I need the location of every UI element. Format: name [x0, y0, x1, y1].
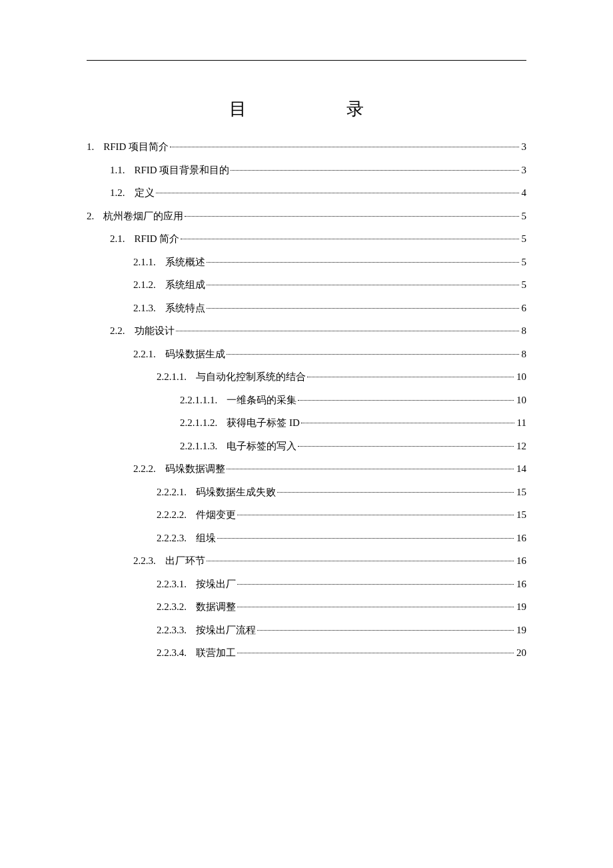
- toc-entry-label: 联营加工: [196, 641, 236, 665]
- toc-entry-label: 系统组成: [165, 273, 205, 297]
- toc-entry-number: 2.2.1.1.2.: [180, 411, 227, 435]
- toc-entry-number: 2.1.1.: [133, 251, 165, 274]
- toc-leader-dots: [185, 216, 518, 217]
- toc-entry-number: 2.2.1.1.: [157, 365, 196, 389]
- toc-entry-label: 电子标签的写入: [227, 435, 297, 458]
- toc-list: 1. RFID 项目简介31.1.RFID 项目背景和目的31.2.定义42.杭…: [87, 135, 526, 665]
- toc-entry: 2.2.2.3.组垛16: [87, 527, 526, 550]
- toc-entry: 2.1.3.系统特点6: [87, 297, 526, 320]
- toc-title: 目录: [87, 97, 526, 121]
- toc-leader-dots: [207, 262, 519, 263]
- toc-leader-dots: [298, 446, 514, 447]
- toc-entry-number: 2.2.1.1.1.: [180, 389, 227, 412]
- toc-entry: 1. RFID 项目简介3: [87, 135, 526, 159]
- page: 目录 1. RFID 项目简介31.1.RFID 项目背景和目的31.2.定义4…: [0, 0, 613, 868]
- toc-entry-number: 2.: [87, 205, 103, 228]
- toc-leader-dots: [237, 584, 514, 585]
- toc-entry-page: 15: [515, 481, 526, 504]
- toc-entry-number: 1.2.: [110, 181, 135, 205]
- toc-entry-number: 2.2.3.: [133, 549, 165, 573]
- toc-entry-label: 数据调整: [196, 595, 236, 619]
- toc-entry-page: 5: [520, 227, 527, 251]
- toc-entry-label: RFID 项目简介: [103, 135, 169, 159]
- toc-entry-label: 件烟变更: [196, 503, 236, 527]
- toc-leader-dots: [227, 469, 514, 469]
- toc-leader-dots: [301, 423, 514, 423]
- toc-entry-page: 15: [515, 503, 526, 527]
- toc-entry-page: 11: [516, 411, 526, 435]
- toc-entry-label: 与自动化控制系统的结合: [196, 365, 306, 389]
- toc-entry: 2.2.1.1.1.一维条码的采集10: [87, 389, 526, 412]
- toc-entry: 1.2.定义4: [87, 181, 526, 205]
- toc-entry-page: 14: [515, 457, 526, 481]
- toc-entry-number: 2.2.3.4.: [157, 641, 196, 665]
- toc-leader-dots: [257, 630, 514, 631]
- toc-entry: 2.2.2.码垛数据调整14: [87, 457, 526, 481]
- toc-entry-number: 2.1.: [110, 227, 135, 251]
- toc-entry-label: 系统概述: [165, 251, 205, 274]
- toc-leader-dots: [170, 147, 518, 147]
- toc-entry: 2.1.1.系统概述5: [87, 251, 526, 274]
- toc-entry: 2.2.3.3.按垛出厂流程19: [87, 619, 526, 642]
- toc-entry-number: 2.1.2.: [133, 273, 165, 297]
- toc-entry-label: RFID 项目背景和目的: [135, 159, 230, 182]
- toc-entry-page: 16: [515, 549, 526, 573]
- toc-leader-dots: [217, 538, 514, 539]
- toc-entry-page: 6: [520, 297, 527, 320]
- toc-entry-page: 19: [515, 595, 526, 619]
- toc-entry-number: 1.1.: [110, 159, 135, 182]
- toc-entry-number: 2.2.3.3.: [157, 619, 196, 642]
- toc-entry-number: 1.: [87, 135, 103, 159]
- toc-leader-dots: [231, 170, 518, 171]
- toc-entry: 2.2.2.1.码垛数据生成失败15: [87, 481, 526, 504]
- toc-entry-label: 按垛出厂: [196, 573, 236, 596]
- toc-leader-dots: [277, 492, 514, 493]
- toc-entry-page: 16: [515, 527, 526, 550]
- toc-leader-dots: [307, 377, 514, 377]
- toc-entry-page: 3: [520, 135, 527, 159]
- toc-entry-label: 系统特点: [165, 297, 205, 320]
- top-rule: [87, 60, 526, 61]
- toc-entry-page: 4: [520, 181, 527, 205]
- toc-entry-number: 2.2.2.: [133, 457, 165, 481]
- toc-entry-label: RFID 简介: [135, 227, 180, 251]
- toc-entry-page: 12: [515, 435, 526, 458]
- toc-entry-page: 5: [520, 273, 527, 297]
- toc-entry-label: 功能设计: [135, 319, 175, 343]
- toc-entry: 2.2.3.4.联营加工20: [87, 641, 526, 665]
- toc-entry: 2.2.1.1.3.电子标签的写入12: [87, 435, 526, 458]
- toc-leader-dots: [298, 400, 514, 401]
- toc-entry: 2.2.3.2.数据调整19: [87, 595, 526, 619]
- toc-entry: 2.2.功能设计8: [87, 319, 526, 343]
- toc-entry-page: 5: [520, 205, 527, 228]
- toc-entry: 1.1.RFID 项目背景和目的3: [87, 159, 526, 182]
- toc-entry-number: 2.2.2.1.: [157, 481, 196, 504]
- toc-entry-number: 2.1.3.: [133, 297, 165, 320]
- toc-entry-number: 2.2.3.1.: [157, 573, 196, 596]
- toc-entry-number: 2.2.2.2.: [157, 503, 196, 527]
- toc-entry: 2.1.2.系统组成5: [87, 273, 526, 297]
- toc-leader-dots: [227, 354, 519, 355]
- toc-leader-dots: [207, 285, 519, 285]
- toc-entry-page: 8: [520, 319, 527, 343]
- toc-entry: 2.杭州卷烟厂的应用5: [87, 205, 526, 228]
- toc-entry-label: 一维条码的采集: [227, 389, 297, 412]
- toc-leader-dots: [156, 193, 519, 193]
- toc-entry: 2.2.3.1.按垛出厂16: [87, 573, 526, 596]
- toc-entry-page: 20: [515, 641, 526, 665]
- toc-entry-page: 10: [515, 365, 526, 389]
- toc-leader-dots: [207, 308, 519, 309]
- toc-entry: 2.2.3.出厂环节16: [87, 549, 526, 573]
- toc-entry-page: 3: [520, 159, 527, 182]
- toc-entry-label: 组垛: [196, 527, 216, 550]
- toc-leader-dots: [207, 561, 514, 561]
- toc-entry-label: 获得电子标签 ID: [227, 411, 300, 435]
- toc-entry: 2.2.1.码垛数据生成8: [87, 343, 526, 366]
- toc-entry-number: 2.2.: [110, 319, 135, 343]
- toc-leader-dots: [181, 239, 518, 239]
- toc-entry-page: 5: [520, 251, 527, 274]
- toc-leader-dots: [237, 515, 514, 515]
- toc-entry-label: 按垛出厂流程: [196, 619, 256, 642]
- toc-entry: 2.2.1.1.与自动化控制系统的结合10: [87, 365, 526, 389]
- toc-leader-dots: [237, 607, 514, 607]
